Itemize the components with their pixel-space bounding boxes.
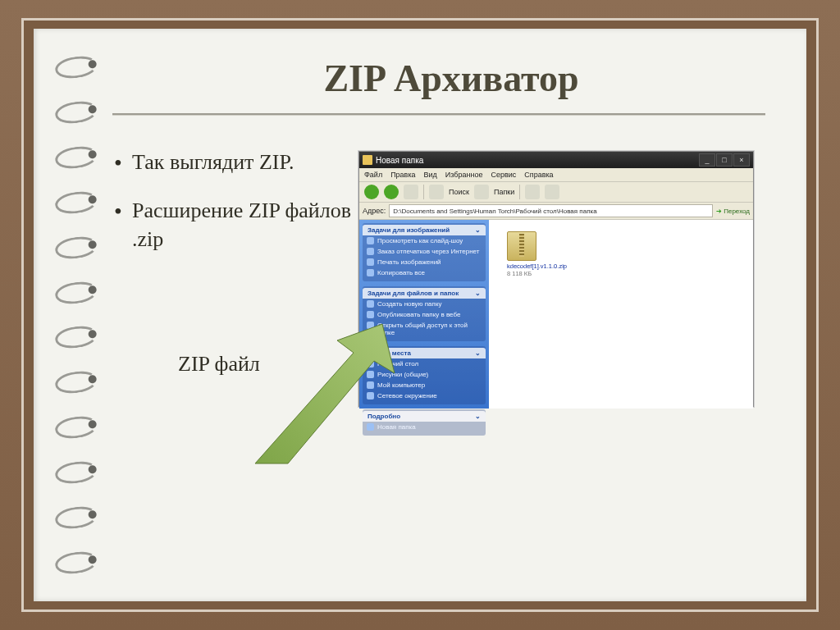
panel-item[interactable]: Заказ отпечатков через Интернет: [363, 246, 486, 257]
panel-header[interactable]: Другие места ⌄: [363, 348, 486, 358]
slide-frame: ZIP Архиватор Так выглядит ZIP. Расширен…: [0, 0, 840, 630]
panel-header-label: Задачи для изображений: [368, 226, 450, 234]
menu-item[interactable]: Избранное: [445, 171, 483, 179]
forward-button[interactable]: [384, 185, 399, 199]
go-button[interactable]: ➔ Переход: [716, 208, 750, 215]
menu-bar: Файл Правка Вид Избранное Сервис Справка: [359, 168, 753, 182]
close-button[interactable]: ×: [733, 153, 750, 167]
go-arrow-icon: ➔: [716, 208, 722, 215]
menu-item[interactable]: Справка: [524, 171, 553, 179]
maximize-button[interactable]: □: [716, 153, 733, 167]
slide-title: ZIP Архиватор: [112, 35, 790, 108]
address-label: Адрес:: [363, 207, 386, 215]
bullet-item: Так выглядит ZIP.: [112, 148, 358, 176]
search-icon[interactable]: [429, 185, 444, 199]
panel-group-files: Задачи для файлов и папок ⌄ Создать нову…: [363, 286, 486, 341]
views-button[interactable]: [525, 185, 540, 199]
menu-item[interactable]: Сервис: [491, 171, 516, 179]
window-titlebar[interactable]: Новая папка _ □ ×: [359, 152, 753, 168]
file-name: kdecodef[1].v1.1.0.zip: [507, 262, 567, 270]
explorer-body: Задачи для изображений ⌄ Просмотреть как…: [359, 220, 753, 409]
address-input[interactable]: D:\Documents and Settings\Human Torch\Ра…: [389, 204, 713, 217]
tasks-panel: Задачи для изображений ⌄ Просмотреть как…: [359, 220, 489, 409]
panel-item[interactable]: Копировать все: [363, 267, 486, 278]
zip-file-icon: [507, 231, 536, 261]
address-bar: Адрес: D:\Documents and Settings\Human T…: [359, 203, 753, 220]
file-area[interactable]: kdecodef[1].v1.1.0.zip 8 118 КБ: [489, 220, 753, 409]
panel-group-images: Задачи для изображений ⌄ Просмотреть как…: [363, 223, 486, 281]
folder-icon: [363, 155, 372, 165]
window-title: Новая папка: [376, 156, 423, 165]
folders-icon[interactable]: [474, 185, 489, 199]
slide-paper: ZIP Архиватор Так выглядит ZIP. Расширен…: [34, 29, 806, 601]
panel-item[interactable]: Рисунки (общие): [363, 369, 486, 380]
panel-item[interactable]: Создать новую папку: [363, 299, 486, 309]
chevron-icon: ⌄: [475, 290, 481, 297]
screenshot-column: Новая папка _ □ × Файл Правка Вид Избран: [358, 143, 782, 407]
panel-item[interactable]: Мой компьютер: [363, 380, 486, 390]
panel-item[interactable]: Опубликовать папку в вебе: [363, 309, 486, 320]
panel-header[interactable]: Задачи для изображений ⌄: [363, 225, 486, 235]
panel-header[interactable]: Задачи для файлов и папок ⌄: [363, 288, 486, 299]
bullet-column: Так выглядит ZIP. Расширение ZIP файлов …: [112, 143, 358, 407]
panel-item[interactable]: Новая папка: [363, 422, 486, 432]
panel-group-details: Подробно ⌄ Новая папка: [363, 409, 486, 436]
go-label: Переход: [724, 208, 750, 215]
up-button[interactable]: [404, 185, 418, 199]
panel-item[interactable]: Просмотреть как слайд-шоу: [363, 235, 486, 246]
file-size: 8 118 КБ: [507, 270, 567, 277]
menu-item[interactable]: Правка: [390, 171, 415, 179]
chevron-icon: ⌄: [475, 413, 481, 420]
zip-caption: ZIP файл: [178, 352, 358, 377]
panel-header-label: Задачи для файлов и папок: [368, 290, 459, 297]
panel-header[interactable]: Подробно ⌄: [363, 411, 486, 422]
explorer-window: Новая папка _ □ × Файл Правка Вид Избран: [358, 151, 754, 407]
panel-item[interactable]: Сетевое окружение: [363, 390, 486, 401]
panel-item[interactable]: Открыть общий доступ к этой папке: [363, 320, 486, 338]
spiral-binding: [55, 45, 104, 585]
toolbar-label[interactable]: Папки: [494, 188, 514, 196]
slide-border: ZIP Архиватор Так выглядит ZIP. Расширен…: [21, 18, 819, 612]
minimize-button[interactable]: _: [699, 153, 715, 167]
toolbar: Поиск Папки: [359, 182, 753, 203]
toolbar-label[interactable]: Поиск: [449, 188, 469, 196]
panel-header-label: Другие места: [368, 349, 411, 357]
back-button[interactable]: [364, 185, 379, 199]
slide-content: ZIP Архиватор Так выглядит ZIP. Расширен…: [112, 35, 790, 595]
menu-item[interactable]: Файл: [364, 171, 382, 179]
panel-item[interactable]: Рабочий стол: [363, 358, 486, 369]
zip-file-item[interactable]: kdecodef[1].v1.1.0.zip 8 118 КБ: [507, 231, 567, 277]
menu-item[interactable]: Вид: [424, 171, 437, 179]
panel-group-places: Другие места ⌄ Рабочий стол Рисунки (общ…: [363, 346, 486, 404]
sync-button[interactable]: [545, 185, 559, 199]
panel-item[interactable]: Печать изображений: [363, 257, 486, 267]
chevron-icon: ⌄: [475, 226, 481, 234]
address-value: D:\Documents and Settings\Human Torch\Ра…: [393, 208, 596, 215]
panel-header-label: Подробно: [368, 413, 400, 420]
chevron-icon: ⌄: [475, 349, 481, 357]
bullet-item: Расширение ZIP файлов .zip: [112, 196, 358, 253]
